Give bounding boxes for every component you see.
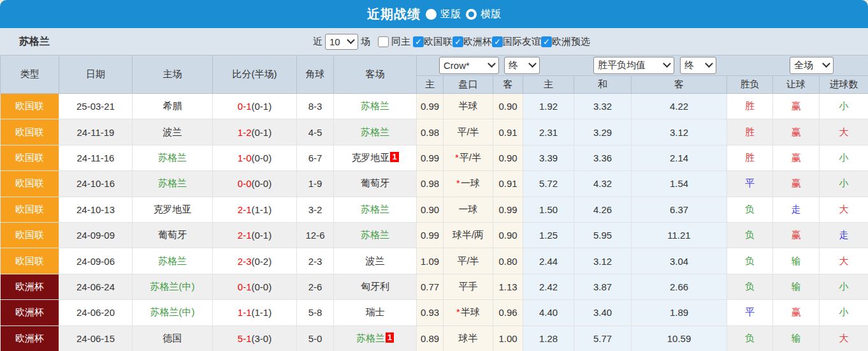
cell-odds-away: 0.91 xyxy=(493,119,523,145)
odds-stage-select[interactable]: 终 xyxy=(504,57,540,74)
table-row: 欧国联24-10-13克罗地亚2-1(1-1)3-2苏格兰0.90一球0.991… xyxy=(1,197,868,222)
recent-count-select[interactable]: 10 xyxy=(325,34,358,50)
cell-corners: 2-6 xyxy=(297,274,334,299)
recent-count-value: 10 xyxy=(329,36,340,47)
cell-corners: 5-0 xyxy=(297,325,334,351)
rank-badge: 1 xyxy=(390,152,398,162)
header-result: 胜负 xyxy=(727,76,773,94)
league-checkbox[interactable]: ✓ xyxy=(413,36,424,47)
cell-goals-result: 小 xyxy=(820,145,868,170)
cell-odds-away: 0.90 xyxy=(493,222,523,248)
league-checkbox[interactable]: ✓ xyxy=(492,36,503,47)
league-checkbox-label: 国际友谊 xyxy=(503,36,541,48)
cell-goals-result: 小 xyxy=(820,171,868,197)
cell-handicap-result: 输 xyxy=(773,325,820,351)
chevron-down-icon xyxy=(347,36,355,44)
mean-stage-value: 终 xyxy=(684,59,694,71)
cell-away-team: 苏格兰 xyxy=(334,197,417,222)
cell-away-team: 苏格兰 xyxy=(334,119,417,145)
cell-mean-draw: 3.40 xyxy=(574,300,632,325)
mean-stage-select[interactable]: 终 xyxy=(680,57,716,74)
same-home-checkbox[interactable] xyxy=(378,36,389,47)
cell-away-team: 苏格兰 xyxy=(334,222,417,248)
recent-results-widget: 近期战绩 竖版 横版 苏格兰 近 10 场 同主 ✓欧国联✓欧洲杯✓国际友谊✓欧… xyxy=(0,0,868,351)
cell-handicap-result: 赢 xyxy=(773,171,820,197)
cell-mean-draw: 3.36 xyxy=(574,145,632,170)
cell-home-team: 波兰 xyxy=(133,119,213,145)
horizontal-radio-label[interactable]: 横版 xyxy=(481,8,501,21)
scope-select[interactable]: 全场 xyxy=(790,57,834,74)
chevron-down-icon xyxy=(528,59,537,68)
odds-provider-select[interactable]: Crow* xyxy=(439,57,499,74)
filter-bar: 苏格兰 近 10 场 同主 ✓欧国联✓欧洲杯✓国际友谊✓欧洲预选 xyxy=(0,28,868,55)
table-row: 欧国联24-09-06苏格兰2-3(0-2)2-3波兰1.09平/半0.802.… xyxy=(1,248,868,274)
cell-corners: 8-3 xyxy=(297,94,334,119)
cell-score: 5-1(3-0) xyxy=(213,325,297,351)
cell-score: 1-0(0-0) xyxy=(213,145,297,170)
cell-league: 欧洲杯 xyxy=(1,325,59,351)
vertical-radio-label[interactable]: 竖版 xyxy=(440,8,461,21)
league-checkbox-label: 欧洲预选 xyxy=(552,36,590,48)
cell-mean-home: 1.28 xyxy=(523,325,574,351)
cell-mean-away: 10.59 xyxy=(632,325,727,351)
league-checkbox-label: 欧国联 xyxy=(424,36,452,48)
cell-home-team: 苏格兰 xyxy=(133,171,213,197)
cell-mean-home: 4.40 xyxy=(523,300,574,325)
cell-home-team: 苏格兰 xyxy=(133,145,213,170)
cell-odds-away: 0.90 xyxy=(493,145,523,170)
cell-corners: 3-2 xyxy=(297,197,334,222)
chevron-down-icon xyxy=(663,59,671,68)
cell-away-team: 匈牙利 xyxy=(334,274,417,299)
results-tbody: 欧国联25-03-21希腊0-1(0-1)8-3苏格兰0.99半球0.901.9… xyxy=(1,94,868,351)
header-odds-line: 盘口 xyxy=(444,76,493,94)
cell-home-team: 德国 xyxy=(133,325,213,351)
cell-odds-home: 0.98 xyxy=(417,119,444,145)
cell-mean-home: 2.44 xyxy=(523,248,574,274)
cell-date: 24-11-19 xyxy=(59,119,133,145)
cell-corners: 12-6 xyxy=(297,222,334,248)
cell-handicap-result: 赢 xyxy=(773,300,820,325)
cell-score: 1-1(1-1) xyxy=(213,300,297,325)
cell-goals-result: 大 xyxy=(820,119,868,145)
table-row: 欧洲杯24-06-24苏格兰(中)0-1(0-0)2-6匈牙利0.77平手1.1… xyxy=(1,274,868,299)
cell-result: 胜 xyxy=(727,94,773,119)
cell-corners: 6-7 xyxy=(297,145,334,170)
table-row: 欧国联24-11-16苏格兰1-0(0-0)6-7克罗地亚10.99*平/半0.… xyxy=(1,145,868,170)
cell-odds-line: 半球 xyxy=(444,94,493,119)
cell-mean-away: 2.66 xyxy=(632,274,727,299)
cell-date: 25-03-21 xyxy=(59,94,133,119)
cell-mean-away: 11.21 xyxy=(632,222,727,248)
cell-result: 胜 xyxy=(727,119,773,145)
cell-goals-result: 小 xyxy=(820,300,868,325)
cell-handicap-result: 赢 xyxy=(773,222,820,248)
team-name: 苏格兰 xyxy=(19,35,50,49)
cell-result: 负 xyxy=(727,222,773,248)
cell-mean-away: 6.37 xyxy=(632,197,727,222)
cell-handicap-result: 输 xyxy=(773,248,820,274)
cell-mean-home: 1.92 xyxy=(523,94,574,119)
header-mean-home: 主 xyxy=(523,76,574,94)
radio-dot-icon xyxy=(468,11,474,17)
cell-league: 欧国联 xyxy=(1,171,59,197)
cell-odds-away: 0.80 xyxy=(493,248,523,274)
title-bar: 近期战绩 竖版 横版 xyxy=(0,0,868,28)
cell-mean-draw: 3.12 xyxy=(574,248,632,274)
mean-type-select[interactable]: 胜平负均值 xyxy=(593,57,674,74)
horizontal-radio[interactable] xyxy=(466,9,477,20)
cell-score: 0-0(0-0) xyxy=(213,171,297,197)
league-checkbox[interactable]: ✓ xyxy=(452,36,463,47)
cell-away-team: 葡萄牙 xyxy=(334,171,417,197)
cell-date: 24-11-16 xyxy=(59,145,133,170)
cell-mean-home: 2.31 xyxy=(523,119,574,145)
cell-score: 1-2(0-1) xyxy=(213,119,297,145)
table-header: 类型 日期 主场 比分(半场) 角球 客场 Crow* 终 胜平负均 xyxy=(1,56,868,94)
cell-odds-home: 0.93 xyxy=(417,300,444,325)
vertical-radio[interactable] xyxy=(426,9,437,20)
table-row: 欧国联25-03-21希腊0-1(0-1)8-3苏格兰0.99半球0.901.9… xyxy=(1,94,868,119)
cell-mean-draw: 4.26 xyxy=(574,197,632,222)
same-home-label: 同主 xyxy=(391,36,410,48)
cell-odds-home: 0.99 xyxy=(417,222,444,248)
cell-odds-home: 1.09 xyxy=(417,248,444,274)
cell-odds-line: *一球 xyxy=(444,171,493,197)
league-checkbox[interactable]: ✓ xyxy=(541,36,552,47)
